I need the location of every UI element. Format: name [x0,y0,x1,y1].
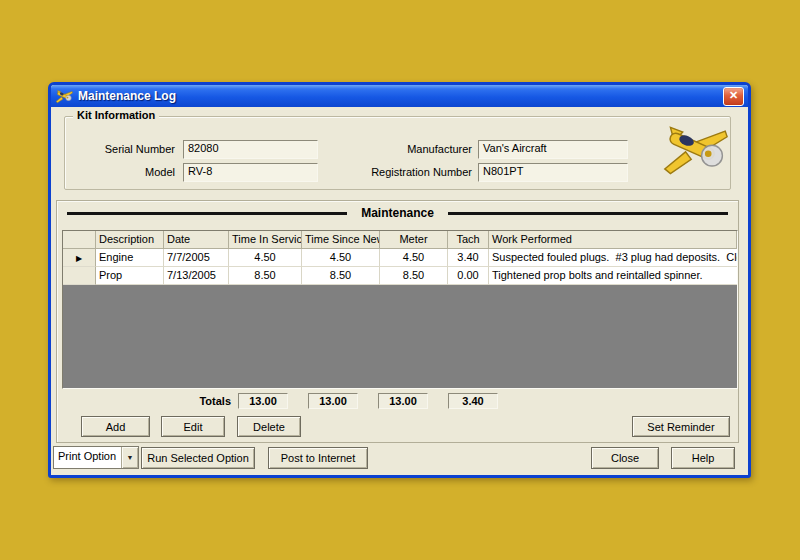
maintenance-table: Description Date Time In Service Time Si… [62,230,738,389]
selected-row-arrow-icon: ▶ [76,254,82,263]
totals-label: Totals [157,395,231,407]
header-tach: Tach [448,231,489,249]
serial-number-field[interactable]: 82080 [183,140,318,159]
maintenance-log-window: Maintenance Log ✕ Kit Information Serial… [48,82,751,478]
maintenance-panel: Maintenance Description Date Time In Ser… [56,200,739,443]
heading-rule-left [67,212,347,215]
cell-description[interactable]: Prop [96,267,164,285]
cell-date[interactable]: 7/13/2005 [164,267,229,285]
print-option-value: Print Option [54,447,121,468]
cell-time-since-new[interactable]: 4.50 [302,249,380,267]
help-button[interactable]: Help [671,447,735,469]
registration-number-field[interactable]: N801PT [478,163,628,182]
maintenance-heading: Maintenance [67,206,728,220]
desktop-background: Maintenance Log ✕ Kit Information Serial… [0,0,800,560]
maintenance-heading-text: Maintenance [361,206,434,220]
chevron-down-icon[interactable]: ▼ [121,447,138,468]
airplane-graphic [661,123,729,177]
print-option-dropdown[interactable]: Print Option ▼ [53,446,139,469]
cell-time-since-new[interactable]: 8.50 [302,267,380,285]
title-bar[interactable]: Maintenance Log ✕ [51,85,748,107]
header-row-selector [63,231,96,249]
row-selector-cell[interactable] [63,267,96,285]
header-date: Date [164,231,229,249]
cell-description[interactable]: Engine [96,249,164,267]
heading-rule-right [448,212,728,215]
manufacturer-label: Manufacturer [347,143,472,155]
total-meter: 13.00 [378,393,428,409]
total-time-in-service: 13.00 [238,393,288,409]
add-button[interactable]: Add [81,416,150,437]
kit-information-group: Kit Information Serial Number 82080 Mode… [64,116,731,190]
header-description: Description [96,231,164,249]
close-dialog-button[interactable]: Close [591,447,659,469]
run-selected-option-button[interactable]: Run Selected Option [141,447,255,469]
cell-date[interactable]: 7/7/2005 [164,249,229,267]
close-button[interactable]: ✕ [723,87,744,106]
delete-button[interactable]: Delete [237,416,301,437]
window-title: Maintenance Log [78,89,176,103]
table-row[interactable]: ▶ Engine 7/7/2005 4.50 4.50 4.50 3.40 Su… [63,249,737,267]
set-reminder-button[interactable]: Set Reminder [632,416,730,437]
kit-information-legend: Kit Information [73,109,159,121]
cell-tach[interactable]: 0.00 [448,267,489,285]
header-work-performed: Work Performed [489,231,737,249]
model-field[interactable]: RV-8 [183,163,318,182]
post-to-internet-button[interactable]: Post to Internet [268,447,368,469]
cell-time-in-service[interactable]: 8.50 [229,267,302,285]
cell-meter[interactable]: 4.50 [380,249,448,267]
header-time-in-service: Time In Service [229,231,302,249]
serial-number-label: Serial Number [75,143,175,155]
cell-meter[interactable]: 8.50 [380,267,448,285]
cell-work-performed[interactable]: Tightened prop bolts and reintalled spin… [489,267,737,285]
cell-time-in-service[interactable]: 4.50 [229,249,302,267]
header-time-since-new: Time Since New [302,231,380,249]
row-selector-cell[interactable]: ▶ [63,249,96,267]
table-header-row: Description Date Time In Service Time Si… [63,231,737,249]
header-meter: Meter [380,231,448,249]
table-row[interactable]: Prop 7/13/2005 8.50 8.50 8.50 0.00 Tight… [63,267,737,285]
edit-button[interactable]: Edit [161,416,225,437]
cell-work-performed[interactable]: Suspected fouled plugs. #3 plug had depo… [489,249,737,267]
cell-tach[interactable]: 3.40 [448,249,489,267]
dialog-client-area: Kit Information Serial Number 82080 Mode… [51,107,742,469]
model-label: Model [75,166,175,178]
total-time-since-new: 13.00 [308,393,358,409]
manufacturer-field[interactable]: Van's Aircraft [478,140,628,159]
registration-number-label: Registration Number [327,166,472,178]
window-airplane-icon [55,89,73,104]
total-tach: 3.40 [448,393,498,409]
